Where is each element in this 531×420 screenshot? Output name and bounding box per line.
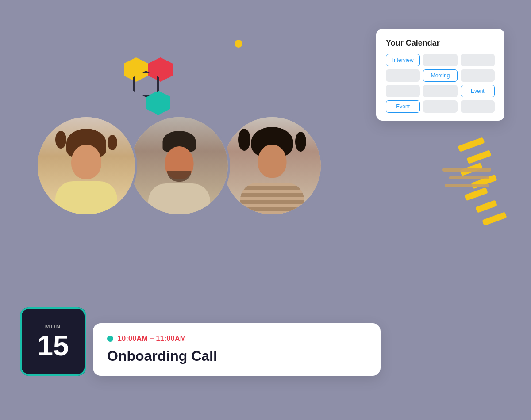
calendar-event-cell[interactable]: Event: [461, 85, 495, 97]
calendar-event-cell[interactable]: Event: [386, 100, 420, 113]
event-dot: [107, 336, 113, 342]
app-logo: [119, 57, 177, 115]
event-time: 10:00AM – 11:00AM: [118, 335, 186, 343]
calendar-empty-cell: [461, 69, 495, 82]
profile-circle-3: [221, 115, 323, 217]
deco-horizontal-lines: [442, 168, 491, 187]
profile-circle-1: [35, 115, 137, 217]
event-card: 10:00AM – 11:00AM Onboarding Call: [93, 323, 381, 376]
calendar-empty-cell: [423, 54, 457, 66]
date-day-label: MON: [45, 323, 61, 330]
event-title: Onboarding Call: [107, 348, 366, 364]
profiles-area: [35, 115, 310, 217]
calendar-title: Your Calendar: [386, 38, 495, 48]
deco-line-2: [449, 176, 489, 179]
calendar-grid: InterviewMeetingEventEvent: [386, 54, 495, 113]
calendar-empty-cell: [423, 85, 457, 97]
date-badge: MON 15: [20, 307, 86, 376]
event-time-row: 10:00AM – 11:00AM: [107, 335, 366, 343]
deco-line-1: [442, 168, 491, 172]
deco-line-3: [445, 184, 489, 187]
profile-circle-2: [128, 115, 230, 217]
date-number: 15: [37, 332, 69, 360]
calendar-event-cell[interactable]: Interview: [386, 54, 420, 66]
calendar-widget: Your Calendar InterviewMeetingEventEvent: [376, 29, 504, 121]
deco-dot-top: [235, 40, 242, 48]
calendar-empty-cell: [386, 85, 420, 97]
calendar-empty-cell: [423, 100, 457, 113]
calendar-empty-cell: [461, 100, 495, 113]
dash-6: [475, 200, 497, 213]
calendar-event-cell[interactable]: Meeting: [423, 69, 457, 82]
calendar-empty-cell: [461, 54, 495, 66]
calendar-empty-cell: [386, 69, 420, 82]
dash-2: [466, 150, 491, 164]
dash-5: [464, 187, 488, 201]
